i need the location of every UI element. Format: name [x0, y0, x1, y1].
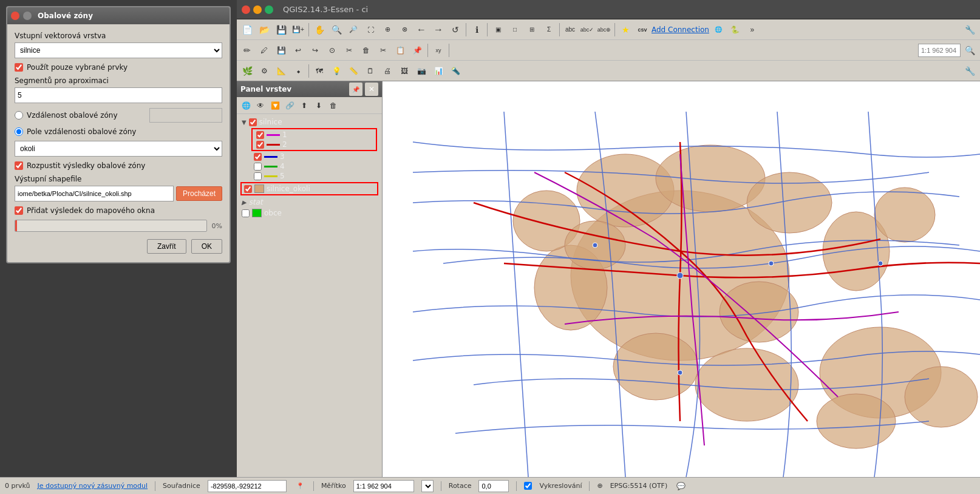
table-btn[interactable]: ⊞ — [524, 22, 540, 38]
check-obce[interactable] — [242, 209, 250, 217]
minimize-button[interactable] — [253, 5, 262, 14]
sublayer-3[interactable]: 3 — [239, 152, 379, 161]
zoom-next-btn[interactable]: → — [430, 22, 446, 38]
dialog-min-btn[interactable] — [23, 12, 32, 20]
distance-zone-radio[interactable] — [15, 111, 23, 120]
save-img-btn[interactable]: 🖼 — [396, 63, 412, 79]
check-sub-1[interactable] — [256, 131, 264, 139]
zoom-out-btn[interactable]: 🔎 — [345, 22, 361, 38]
layers-eye-btn[interactable]: 👁 — [254, 99, 267, 112]
layers-add-btn[interactable]: 🌐 — [239, 99, 253, 112]
status-messages-btn[interactable]: 💬 — [675, 480, 687, 492]
select-btn[interactable]: ▣ — [490, 22, 506, 38]
check-sub-3[interactable] — [254, 153, 262, 161]
new-file-btn[interactable]: 📄 — [239, 22, 255, 38]
status-coords-input[interactable] — [208, 480, 287, 492]
label2-btn[interactable]: abc✓ — [579, 22, 595, 38]
node-btn[interactable]: ⬥ — [290, 63, 306, 79]
zoom-select-btn[interactable]: ⊗ — [396, 22, 412, 38]
close-btn[interactable]: Zavřít — [147, 239, 186, 254]
cut-btn[interactable]: ✂ — [375, 42, 391, 58]
layers-filter-btn[interactable]: 🔽 — [268, 99, 282, 112]
layers-remove-btn[interactable]: 🗑 — [327, 99, 340, 112]
sublayer-4[interactable]: 4 — [239, 161, 379, 171]
zoom-prev-btn[interactable]: ← — [413, 22, 429, 38]
label3-btn[interactable]: abc⊕ — [596, 22, 612, 38]
check-sub-2[interactable] — [256, 141, 264, 149]
save-as-btn[interactable]: 💾+ — [290, 22, 306, 38]
input-vector-select[interactable]: silnice — [15, 42, 222, 58]
redo-btn[interactable]: ↪ — [307, 42, 323, 58]
pan-btn[interactable]: ✋ — [311, 22, 327, 38]
wms-btn[interactable]: 🌐 — [710, 22, 726, 38]
table2-btn[interactable]: 📊 — [430, 63, 446, 79]
segments-input[interactable] — [15, 87, 222, 103]
ok-btn[interactable]: OK — [191, 239, 222, 254]
layers-close-btn[interactable]: ✕ — [365, 83, 378, 96]
sublayer-1[interactable]: 1 — [254, 130, 375, 140]
distance-array-radio[interactable] — [15, 127, 23, 136]
more-btn[interactable]: » — [744, 22, 760, 38]
sublayer-5[interactable]: 5 — [239, 171, 379, 181]
highlight-btn[interactable]: ★ — [618, 22, 633, 38]
maximize-button[interactable] — [265, 5, 273, 14]
dissolve-check[interactable] — [15, 161, 23, 170]
status-scale-select[interactable] — [421, 480, 434, 492]
print-btn[interactable]: 🖨 — [379, 63, 395, 79]
coord-btn[interactable]: xy — [430, 42, 446, 58]
grass-btn[interactable]: 🌿 — [239, 63, 255, 79]
distance-zone-value[interactable] — [149, 108, 222, 123]
identify-btn[interactable]: 🔦 — [447, 63, 463, 79]
stats-btn[interactable]: Σ — [541, 22, 557, 38]
status-render-check[interactable] — [524, 482, 532, 490]
check-sub-5[interactable] — [254, 172, 262, 180]
layer-silnice-okoli[interactable]: silnice_okoli — [242, 183, 377, 194]
edit-btn[interactable]: ✏ — [239, 42, 255, 58]
python-btn[interactable]: 🐍 — [727, 22, 743, 38]
save-btn[interactable]: 💾 — [273, 22, 289, 38]
dialog-close-btn[interactable] — [11, 12, 19, 20]
save-edit-btn[interactable]: 💾 — [273, 42, 289, 58]
sublayer-2[interactable]: 2 — [254, 140, 375, 149]
layer-silnice[interactable]: ▼ silnice — [239, 117, 379, 127]
refresh-btn[interactable]: ↺ — [447, 22, 463, 38]
move-btn[interactable]: ✂ — [341, 42, 357, 58]
paste-btn[interactable]: 📌 — [409, 42, 425, 58]
georef-btn[interactable]: 🗺 — [311, 63, 327, 79]
status-rotation-input[interactable] — [478, 480, 509, 492]
zoom-full-btn[interactable]: ⛶ — [362, 22, 378, 38]
info-btn[interactable]: ℹ — [469, 22, 485, 38]
settings-btn[interactable]: 🔧 — [962, 63, 978, 79]
use-selected-check[interactable] — [15, 63, 23, 72]
close-button[interactable] — [242, 5, 250, 14]
layers-up-btn[interactable]: ⬆ — [298, 99, 311, 112]
layer-stat[interactable]: ▶ stat — [239, 197, 379, 208]
layer-obce[interactable]: obce — [239, 208, 379, 218]
zoom-search-btn[interactable]: 🔍 — [962, 42, 978, 58]
add-to-map-check[interactable] — [15, 206, 23, 215]
layers-link-btn[interactable]: 🔗 — [283, 99, 296, 112]
status-coords-btn[interactable]: 📍 — [294, 480, 306, 492]
add-connection-link[interactable]: Add Connection — [652, 25, 709, 34]
delete-btn[interactable]: 🗑 — [358, 42, 374, 58]
zoom-input[interactable] — [918, 44, 961, 57]
digitize-btn[interactable]: ⊙ — [324, 42, 340, 58]
zoom-layer-btn[interactable]: ⊕ — [379, 22, 395, 38]
measure-btn[interactable]: 📏 — [345, 63, 361, 79]
browse-btn[interactable]: Procházet — [176, 186, 222, 201]
file-path-input[interactable] — [15, 186, 174, 201]
deselect-btn[interactable]: □ — [507, 22, 523, 38]
copy-btn[interactable]: 📋 — [392, 42, 408, 58]
check-silnice[interactable] — [249, 118, 257, 126]
overview-btn[interactable]: 🗒 — [362, 63, 378, 79]
edit2-btn[interactable]: 🖊 — [256, 42, 272, 58]
layers-down-btn[interactable]: ⬇ — [312, 99, 325, 112]
undo-btn[interactable]: ↩ — [290, 42, 306, 58]
check-sub-4[interactable] — [254, 163, 262, 171]
map-canvas[interactable] — [383, 81, 980, 477]
label-btn[interactable]: abc — [562, 22, 578, 38]
distance-array-select[interactable]: okoli — [15, 141, 222, 157]
status-scale-input[interactable] — [353, 480, 414, 492]
open-btn[interactable]: 📂 — [256, 22, 272, 38]
snap-btn[interactable]: 📐 — [273, 63, 289, 79]
